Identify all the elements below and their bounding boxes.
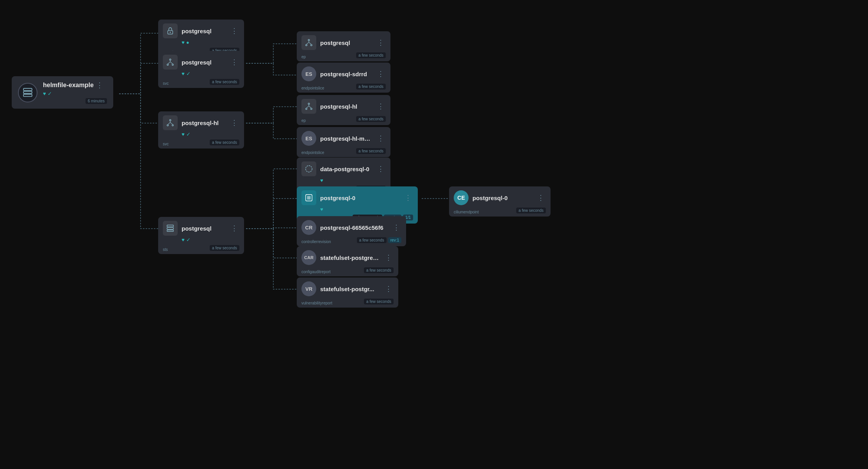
car-type-label: configauditreport [301,270,331,274]
svc1-node-title: postgresql [182,59,225,66]
es1-time: a few seconds [356,84,386,90]
ce-node[interactable]: CE postgresql-0 ⋮ ciliumendpoint a few s… [449,186,551,217]
sts-heart: ♥ [182,237,185,243]
ce-avatar: CE [454,190,469,205]
es2-node[interactable]: ES postgresql-hl-mnk8d ⋮ endpointslice a… [297,127,390,157]
ep-icon [301,35,316,50]
cr-avatar: CR [301,220,316,235]
svc1-heart: ♥ [182,71,185,77]
cr-rev-badge: rev:1 [388,237,401,243]
es2-node-title: postgresql-hl-mnk8d [320,135,372,142]
ep-type-label: ep [301,55,306,59]
ep2-menu-icon[interactable]: ⋮ [376,101,386,111]
svg-rect-11 [167,225,174,227]
ep2-node[interactable]: postgresql-hl ⋮ ep a few seconds [297,95,390,125]
cr-node-title: postgresql-66565c56f6 [320,224,387,231]
root-time-badge: 6 minutes [86,98,107,104]
ep2-type-label: ep [301,118,306,123]
root-node[interactable]: helmfile-example ⋮ ♥ ✓ 6 minutes [12,76,113,109]
ce-menu-icon[interactable]: ⋮ [536,193,546,203]
car-avatar: CAR [301,250,316,265]
car-menu-icon[interactable]: ⋮ [383,252,394,263]
car-time: a few seconds [364,267,394,273]
svg-point-8 [169,120,171,121]
root-icon [18,83,37,102]
pvc-heart: ♥ [320,177,323,183]
svg-rect-2 [23,94,32,96]
svc2-node[interactable]: postgresql-hl ⋮ ♥ ✓ svc a few seconds [158,111,244,149]
svg-rect-0 [23,88,32,90]
sts-node-title: postgresql [182,225,225,232]
svc1-type-label: svc [163,81,169,86]
svc2-icon [163,115,178,130]
pvc-menu-icon[interactable]: ⋮ [376,164,386,174]
svg-point-16 [311,45,312,46]
cr-node[interactable]: CR postgresql-66565c56f6 ⋮ controllerrev… [297,216,406,246]
ep2-node-title: postgresql-hl [320,103,372,110]
car-node[interactable]: CAR statefulset-postgresql ⋮ configaudit… [297,246,398,276]
es1-node[interactable]: ES postgresql-sdrrd ⋮ endpointslice a fe… [297,63,390,93]
svc2-check: ✓ [186,131,191,137]
vr-type-label: vulnerabilityreport [301,301,332,305]
pod-icon [301,190,316,205]
es1-menu-icon[interactable]: ⋮ [376,69,386,79]
root-check-icon: ✓ [48,91,52,97]
vr-node-title: statefulset-postgr... [320,286,380,292]
root-node-title: helmfile-example [43,82,94,89]
sts-menu-icon[interactable]: ⋮ [229,223,239,233]
es1-node-title: postgresql-sdrrd [320,71,372,77]
svc2-time: a few seconds [210,140,239,145]
pod-node-title: postgresql-0 [320,195,399,201]
es1-type-label: endpointslice [301,86,324,90]
ep-node[interactable]: postgresql ⋮ ep a few seconds [297,31,390,61]
ce-time: a few seconds [516,208,546,213]
sts-type-label: sts [163,247,168,252]
svg-point-6 [167,64,169,66]
es2-time: a few seconds [356,148,386,154]
secret-menu-icon[interactable]: ⋮ [229,26,239,36]
vr-time: a few seconds [364,299,394,304]
svc2-node-title: postgresql-hl [182,120,225,126]
root-heart-icon: ♥ [43,91,46,97]
svc1-check: ✓ [186,71,191,77]
pod-heart: ♥ [320,206,323,212]
svg-rect-22 [307,196,310,199]
svg-point-10 [172,125,174,126]
sts-node[interactable]: postgresql ⋮ ♥ ✓ sts a few seconds [158,217,244,254]
sts-time: a few seconds [210,245,239,251]
secret-check: ● [186,39,189,45]
svg-point-17 [308,103,310,105]
secret-heart: ♥ [182,39,185,45]
secret-node-title: postgresql [182,28,225,34]
es2-menu-icon[interactable]: ⋮ [376,133,386,143]
svg-rect-12 [167,227,174,229]
es2-type-label: endpointslice [301,150,324,155]
pvc-node-title: data-postgresql-0 [320,166,372,172]
es2-avatar: ES [301,131,316,146]
vr-node[interactable]: VR statefulset-postgr... ⋮ vulnerability… [297,277,398,308]
svc1-time: a few seconds [210,79,239,85]
svc2-menu-icon[interactable]: ⋮ [229,118,239,128]
svg-point-20 [306,166,312,172]
sts-check: ✓ [186,237,191,243]
cr-type-label: controllerrevision [301,240,331,244]
svg-point-7 [172,64,174,66]
secret-icon [163,23,178,38]
root-menu-icon[interactable]: ⋮ [96,81,103,90]
svg-point-15 [306,45,307,46]
svg-point-4 [170,32,171,33]
ep2-icon [301,99,316,114]
ce-node-title: postgresql-0 [472,195,532,201]
svc1-menu-icon[interactable]: ⋮ [229,57,239,67]
cr-menu-icon[interactable]: ⋮ [391,222,401,233]
pod-menu-icon[interactable]: ⋮ [403,193,413,203]
svc2-type-label: svc [163,142,169,146]
ep2-time: a few seconds [356,116,386,122]
svg-point-9 [167,125,169,126]
ep-menu-icon[interactable]: ⋮ [376,38,386,48]
svc1-node[interactable]: postgresql ⋮ ♥ ✓ svc a few seconds [158,51,244,88]
svg-point-14 [308,39,310,41]
vr-menu-icon[interactable]: ⋮ [383,284,394,294]
ce-type-label: ciliumendpoint [454,210,479,214]
es1-avatar: ES [301,66,316,81]
